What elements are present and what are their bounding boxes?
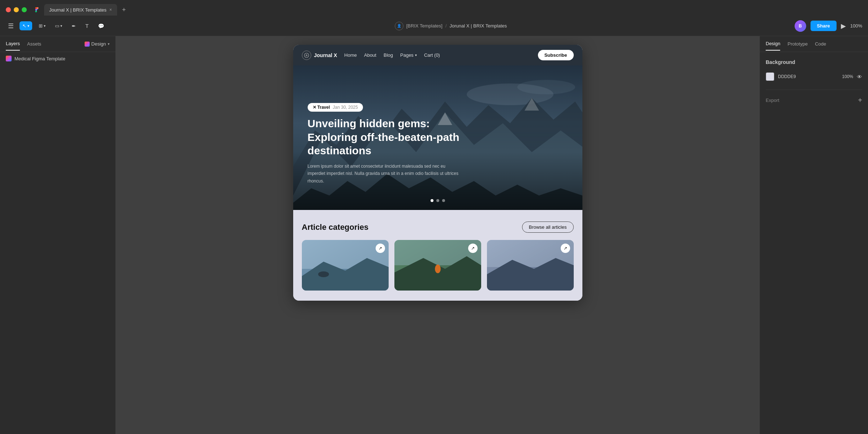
export-add-button[interactable]: + [858,96,862,104]
card-1-arrow[interactable]: ↗ [376,244,385,253]
nav-home[interactable]: Home [344,52,357,58]
hero-tag-text: ✕ Travel [313,105,330,110]
color-hex-value[interactable]: DDDDE9 [778,74,838,79]
hero-content: ✕ Travel Jan 30, 2025 Unveiling hidden g… [308,103,568,185]
right-panel-content: Background DDDDE9 100% 👁 Export + [760,52,868,111]
hero-tag-badge: ✕ Travel Jan 30, 2025 [308,103,363,112]
traffic-light-yellow[interactable] [14,7,19,12]
select-dropdown-icon: ▾ [27,24,29,28]
article-card-3[interactable]: ↗ [487,240,574,291]
right-tab-design[interactable]: Design [766,37,780,51]
shape-dropdown: ▾ [60,24,62,28]
frame-icon: ⊞ [39,23,43,29]
hero-description: Lorem ipsum dolor sit amet consectetur i… [308,163,459,185]
right-tab-code[interactable]: Code [815,38,826,50]
new-tab-button[interactable]: + [121,6,128,14]
hero-pagination-dots [431,199,445,202]
traffic-light-red[interactable] [6,7,11,12]
design-badge-icon [85,42,90,47]
hero-title: Unveiling hidden gems: Exploring off-the… [308,117,474,158]
layer-item[interactable]: Medical Figma Template [0,52,115,65]
hamburger-icon[interactable]: ☰ [6,21,16,31]
breadcrumb-area: 👤 [BRIX Templates] / Jorunal X | BRIX Te… [111,22,791,30]
play-icon[interactable]: ▶ [841,22,846,30]
site-logo: Journal X [302,51,337,60]
eye-icon[interactable]: 👁 [857,74,862,80]
color-opacity-value[interactable]: 100% [842,74,853,79]
user-icon: 👤 [395,22,403,30]
frame-tool[interactable]: ⊞ ▾ [36,21,48,30]
browse-all-button[interactable]: Browse all articles [522,222,574,233]
dot-1[interactable] [431,199,433,202]
pen-tool[interactable]: ✒ [69,21,79,31]
pen-icon: ✒ [72,23,76,29]
text-icon: T [85,23,89,29]
article-cards: ↗ [302,240,574,291]
logo-icon [302,51,311,60]
article-card-1[interactable]: ↗ [302,240,389,291]
hero-date: Jan 30, 2025 [333,105,358,110]
tab-title: Journal X | BRIX Templates [49,7,107,13]
right-panel: Design Prototype Code Background DDDDE9 … [760,36,868,434]
hero-section: ✕ Travel Jan 30, 2025 Unveiling hidden g… [293,65,582,210]
active-tab[interactable]: Journal X | BRIX Templates × [44,4,117,16]
select-tool[interactable]: ↖ ▾ [20,21,32,30]
text-tool[interactable]: T [82,21,91,31]
article-card-2[interactable]: ↗ [394,240,481,291]
export-section: Export + [766,96,862,104]
dot-2[interactable] [436,199,439,202]
share-button[interactable]: Share [811,21,837,31]
tab-close-icon[interactable]: × [110,7,112,12]
browser-chrome: Journal X | BRIX Templates × + ☰ ↖ ▾ ⊞ ▾… [0,0,868,36]
layer-figma-icon [6,56,12,61]
background-label: Background [766,59,862,65]
breadcrumb-user: [BRIX Templates] [406,23,442,29]
articles-header: Article categories Browse all articles [302,222,574,233]
breadcrumb-separator: / [445,23,447,29]
toolbar-right: B Share ▶ 100% [795,20,862,32]
main-layout: Layers Assets Design ▾ Medical Figma Tem… [0,36,868,434]
right-panel-tabs: Design Prototype Code [760,36,868,52]
color-swatch[interactable] [766,72,774,81]
figma-app-icon [33,6,40,13]
subscribe-button[interactable]: Subscribe [538,50,574,60]
nav-about[interactable]: About [364,52,376,58]
zoom-level[interactable]: 100% [850,23,862,29]
nav-pages[interactable]: Pages ▾ [400,52,417,58]
tab-layers[interactable]: Layers [6,37,20,51]
tab-assets[interactable]: Assets [27,38,41,50]
logo-text: Journal X [314,52,337,58]
canvas-area: Journal X Home About Blog Pages ▾ Cart (… [116,36,760,434]
site-nav: Home About Blog Pages ▾ Cart (0) [344,52,530,58]
figma-toolbar: ☰ ↖ ▾ ⊞ ▾ ▭ ▾ ✒ T 💬 👤 [BR [0,16,868,36]
articles-title: Article categories [302,223,369,232]
breadcrumb-page: Jorunal X | BRIX Templates [450,23,507,29]
design-badge[interactable]: Design ▾ [85,41,110,47]
export-label: Export [766,98,779,103]
card-3-arrow[interactable]: ↗ [561,244,570,253]
left-panel: Layers Assets Design ▾ Medical Figma Tem… [0,36,116,434]
site-navbar: Journal X Home About Blog Pages ▾ Cart (… [293,45,582,65]
select-icon: ↖ [22,23,26,29]
nav-blog[interactable]: Blog [384,52,393,58]
design-badge-label: Design [91,41,106,47]
design-frame: Journal X Home About Blog Pages ▾ Cart (… [293,45,582,301]
shape-icon: ▭ [55,23,59,29]
frame-dropdown: ▾ [44,24,46,28]
background-section: Background DDDDE9 100% 👁 [766,59,862,83]
card-2-arrow[interactable]: ↗ [468,244,478,253]
articles-section: Article categories Browse all articles [293,210,582,301]
comment-icon: 💬 [98,23,104,29]
right-tab-prototype[interactable]: Prototype [787,38,808,50]
left-panel-tabs: Layers Assets Design ▾ [0,36,115,52]
design-chevron-icon: ▾ [108,42,110,46]
traffic-light-green[interactable] [22,7,27,12]
dot-3[interactable] [442,199,445,202]
layer-name: Medical Figma Template [14,56,65,61]
comment-tool[interactable]: 💬 [95,21,107,31]
divider-1 [766,90,862,90]
tab-bar: Journal X | BRIX Templates × + [0,0,868,16]
user-avatar: B [795,20,806,32]
nav-cart[interactable]: Cart (0) [424,52,440,58]
shape-tool[interactable]: ▭ ▾ [52,21,65,30]
